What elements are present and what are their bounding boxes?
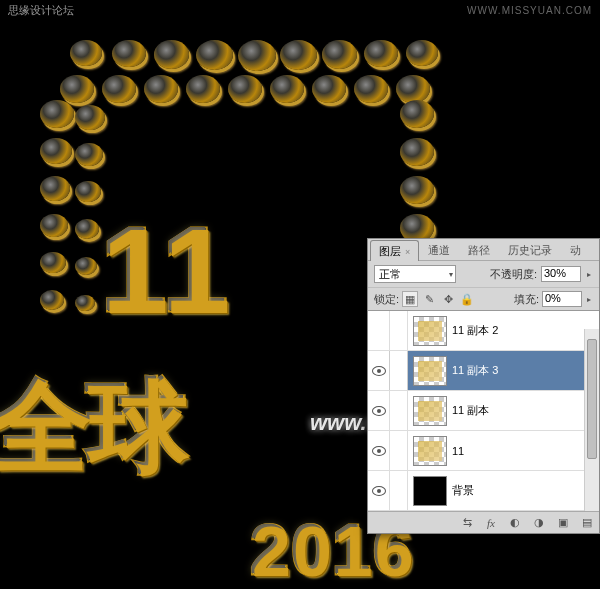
new-layer-icon[interactable]: ▤: [579, 516, 595, 530]
layer-row[interactable]: 11 副本 3: [368, 351, 599, 391]
decor-disc: [40, 138, 72, 164]
link-col[interactable]: [390, 391, 408, 430]
decor-disc: [70, 40, 102, 66]
eye-icon: [372, 446, 386, 456]
visibility-toggle[interactable]: [368, 351, 390, 390]
decor-disc: [60, 75, 94, 103]
decor-disc: [400, 100, 434, 128]
text-11: 11: [100, 200, 223, 338]
blend-opacity-row: 正常 不透明度: 30% ▸: [368, 261, 599, 288]
opacity-input[interactable]: 30%: [541, 266, 581, 282]
adjustment-icon[interactable]: ◑: [531, 516, 547, 530]
decor-disc: [154, 40, 189, 69]
layer-row[interactable]: 背景: [368, 471, 599, 511]
opacity-label: 不透明度:: [490, 267, 537, 282]
decor-disc: [75, 257, 97, 275]
decor-disc: [40, 290, 64, 310]
panel-tabs: 图层×通道路径历史记录动: [368, 239, 599, 261]
decor-disc: [400, 138, 434, 166]
decor-disc: [406, 40, 438, 66]
fill-label: 填充:: [514, 292, 539, 307]
decor-disc: [75, 181, 101, 202]
decor-disc: [280, 40, 317, 70]
decorative-discs: [30, 30, 430, 260]
decor-disc: [354, 75, 388, 103]
visibility-toggle[interactable]: [368, 471, 390, 510]
lock-fill-row: 锁定: ▦ ✎ ✥ 🔒 填充: 0% ▸: [368, 288, 599, 311]
decor-disc: [75, 143, 103, 166]
link-layers-icon[interactable]: ⇆: [459, 516, 475, 530]
scrollbar-track[interactable]: [584, 329, 599, 511]
visibility-toggle[interactable]: [368, 391, 390, 430]
fill-flyout-icon[interactable]: ▸: [585, 295, 593, 304]
layer-thumbnail[interactable]: [413, 436, 447, 466]
tab-0[interactable]: 图层×: [370, 240, 419, 261]
decor-disc: [102, 75, 136, 103]
layers-panel: 图层×通道路径历史记录动 正常 不透明度: 30% ▸ 锁定: ▦ ✎ ✥ 🔒 …: [367, 238, 600, 534]
decor-disc: [400, 176, 434, 204]
group-icon[interactable]: ▣: [555, 516, 571, 530]
decor-disc: [270, 75, 304, 103]
page-header: 思缘设计论坛 WWW.MISSYUAN.COM: [0, 0, 600, 20]
lock-all-icon[interactable]: 🔒: [459, 291, 475, 307]
fx-icon[interactable]: fx: [483, 516, 499, 530]
layer-name[interactable]: 背景: [452, 483, 599, 498]
eye-icon: [372, 406, 386, 416]
decor-disc: [75, 219, 99, 239]
tab-close-icon[interactable]: ×: [405, 247, 410, 257]
tab-1[interactable]: 通道: [419, 239, 459, 260]
link-col[interactable]: [390, 431, 408, 470]
layer-name[interactable]: 11 副本 3: [452, 363, 599, 378]
lock-brush-icon[interactable]: ✎: [421, 291, 437, 307]
blend-mode-dropdown[interactable]: 正常: [374, 265, 456, 283]
layer-name[interactable]: 11 副本: [452, 403, 599, 418]
decor-disc: [40, 252, 66, 273]
decor-disc: [364, 40, 398, 67]
layer-thumbnail[interactable]: [413, 396, 447, 426]
site-url: WWW.MISSYUAN.COM: [467, 5, 592, 16]
decor-disc: [396, 75, 430, 103]
link-col[interactable]: [390, 351, 408, 390]
decor-disc: [312, 75, 346, 103]
decor-disc: [112, 40, 146, 67]
tab-2[interactable]: 路径: [459, 239, 499, 260]
lock-transparent-icon[interactable]: ▦: [402, 291, 418, 307]
decor-disc: [75, 105, 105, 130]
tab-3[interactable]: 历史记录: [499, 239, 561, 260]
lock-label: 锁定:: [374, 292, 399, 307]
decor-disc: [75, 295, 95, 311]
decor-disc: [144, 75, 178, 103]
decor-disc: [40, 100, 74, 128]
decor-disc: [186, 75, 220, 103]
layer-thumbnail[interactable]: [413, 476, 447, 506]
lock-move-icon[interactable]: ✥: [440, 291, 456, 307]
layer-list: 11 副本 211 副本 311 副本11背景: [368, 311, 599, 511]
decor-disc: [322, 40, 357, 69]
panel-footer: ⇆ fx ◐ ◑ ▣ ▤: [368, 511, 599, 533]
tab-4[interactable]: 动: [561, 239, 590, 260]
opacity-flyout-icon[interactable]: ▸: [585, 270, 593, 279]
layer-thumbnail[interactable]: [413, 356, 447, 386]
visibility-toggle[interactable]: [368, 431, 390, 470]
link-col[interactable]: [390, 471, 408, 510]
layer-row[interactable]: 11 副本: [368, 391, 599, 431]
layer-row[interactable]: 11 副本 2: [368, 311, 599, 351]
eye-icon: [372, 486, 386, 496]
layer-name[interactable]: 11 副本 2: [452, 323, 599, 338]
decor-disc: [196, 40, 233, 70]
decor-disc: [228, 75, 262, 103]
decor-disc: [40, 176, 70, 201]
visibility-toggle[interactable]: [368, 311, 390, 350]
text-main: 全球: [0, 360, 184, 495]
scrollbar-thumb[interactable]: [587, 339, 597, 459]
design-canvas: 11 11 全球 全球 2016 2016 www.68ps.com 图层×通道…: [0, 20, 600, 589]
mask-icon[interactable]: ◐: [507, 516, 523, 530]
decor-disc: [238, 40, 276, 71]
link-col[interactable]: [390, 311, 408, 350]
layer-row[interactable]: 11: [368, 431, 599, 471]
blend-mode-value: 正常: [379, 267, 401, 282]
eye-icon: [372, 366, 386, 376]
layer-thumbnail[interactable]: [413, 316, 447, 346]
fill-input[interactable]: 0%: [542, 291, 582, 307]
layer-name[interactable]: 11: [452, 445, 599, 457]
